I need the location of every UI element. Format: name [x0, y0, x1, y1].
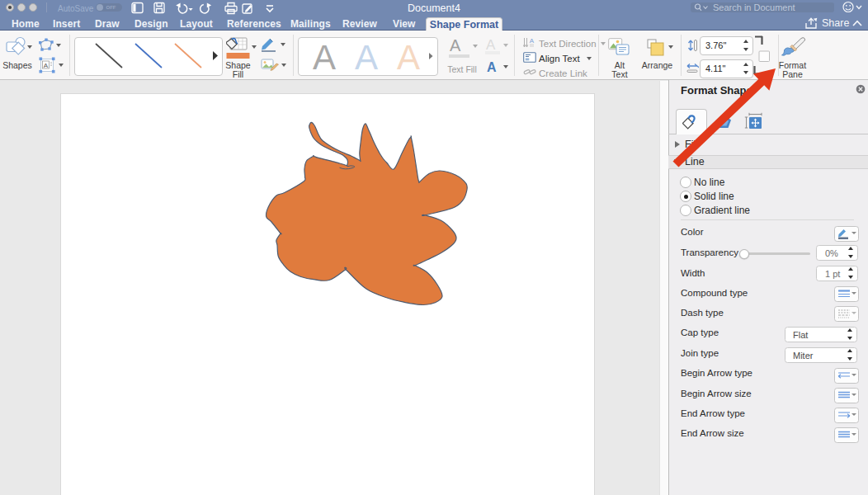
svg-text:A: A: [44, 62, 49, 69]
svg-text:A: A: [397, 38, 420, 75]
svg-text:A: A: [355, 38, 378, 75]
svg-text:A: A: [313, 38, 336, 75]
svg-text:A: A: [530, 37, 535, 45]
